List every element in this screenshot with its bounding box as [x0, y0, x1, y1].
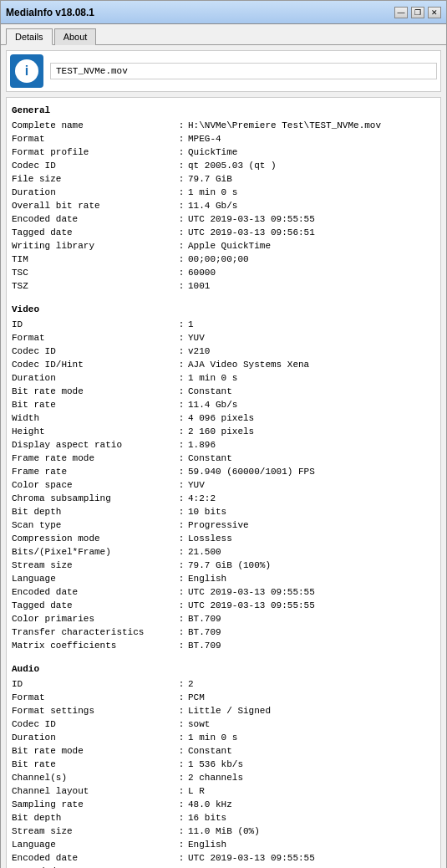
info-row: ID:1: [12, 319, 435, 332]
info-row: Width:4 096 pixels: [12, 412, 435, 426]
info-value: Lossless: [188, 533, 435, 546]
info-key: Bit rate: [12, 758, 175, 772]
info-key: Channel layout: [12, 785, 175, 799]
info-separator: :: [175, 812, 188, 825]
info-key: Duration: [12, 732, 175, 745]
info-row: Sampling rate:48.0 kHz: [12, 799, 435, 812]
info-separator: :: [175, 852, 188, 865]
info-value: BT.709: [188, 640, 435, 653]
info-separator: :: [175, 559, 188, 573]
info-separator: :: [175, 586, 188, 600]
info-row: ID:2: [12, 678, 435, 692]
info-separator: :: [175, 186, 188, 200]
info-value: 10 bits: [188, 506, 435, 519]
info-scroll-area[interactable]: GeneralComplete name:H:\NVMe\Premiere Te…: [6, 97, 441, 868]
info-value: 00;00;00;00: [188, 253, 435, 267]
file-icon-inner: i: [15, 59, 38, 83]
info-key: Language: [12, 839, 175, 852]
info-value: BT.709: [188, 613, 435, 626]
section-header-general: General: [12, 105, 435, 118]
info-separator: :: [175, 399, 188, 412]
info-key: Bit rate mode: [12, 745, 175, 758]
tab-about[interactable]: About: [54, 28, 97, 45]
info-key: Frame rate: [12, 466, 175, 479]
info-key: Tagged date: [12, 600, 175, 613]
info-value: 48.0 kHz: [188, 799, 435, 812]
info-value: 1001: [188, 280, 435, 294]
info-separator: :: [175, 573, 188, 586]
info-row: Channel(s):2 channels: [12, 772, 435, 785]
minimize-button[interactable]: —: [394, 7, 408, 18]
info-row: Matrix coefficients:BT.709: [12, 640, 435, 653]
info-key: TIM: [12, 253, 175, 267]
info-row: Codec ID:sowt: [12, 718, 435, 732]
info-key: ID: [12, 319, 175, 332]
info-separator: :: [175, 600, 188, 613]
tab-details[interactable]: Details: [6, 28, 53, 45]
info-separator: :: [175, 745, 188, 758]
info-key: Complete name: [12, 120, 175, 133]
info-row: Height:2 160 pixels: [12, 426, 435, 439]
info-separator: :: [175, 345, 188, 359]
info-row: Language:English: [12, 839, 435, 852]
info-separator: :: [175, 253, 188, 267]
info-row: Format profile:QuickTime: [12, 146, 435, 160]
info-value: 2 160 pixels: [188, 426, 435, 439]
info-separator: :: [175, 506, 188, 519]
info-value: YUV: [188, 332, 435, 345]
info-value: 11.0 MiB (0%): [188, 825, 435, 839]
info-row: Bit depth:16 bits: [12, 812, 435, 825]
info-key: Scan type: [12, 519, 175, 533]
info-key: Duration: [12, 186, 175, 200]
info-separator: :: [175, 692, 188, 705]
info-row: Transfer characteristics:BT.709: [12, 626, 435, 640]
info-value: UTC 2019-03-13 09:56:51: [188, 227, 435, 240]
info-value: 1 min 0 s: [188, 732, 435, 745]
info-value: MPEG-4: [188, 133, 435, 146]
restore-button[interactable]: ❐: [411, 7, 424, 18]
info-separator: :: [175, 493, 188, 506]
info-separator: :: [175, 732, 188, 745]
info-key: Codec ID: [12, 718, 175, 732]
info-key: Encoded date: [12, 586, 175, 600]
info-row: Frame rate:59.940 (60000/1001) FPS: [12, 466, 435, 479]
info-value: English: [188, 573, 435, 586]
info-value: Constant: [188, 745, 435, 758]
info-separator: :: [175, 466, 188, 479]
info-key: Compression mode: [12, 533, 175, 546]
info-row: TIM:00;00;00;00: [12, 253, 435, 267]
info-row: Scan type:Progressive: [12, 519, 435, 533]
info-row: Encoded date:UTC 2019-03-13 09:55:55: [12, 213, 435, 227]
info-key: Codec ID: [12, 160, 175, 173]
info-separator: :: [175, 479, 188, 493]
info-separator: :: [175, 160, 188, 173]
info-key: Bit rate mode: [12, 385, 175, 399]
info-separator: :: [175, 280, 188, 294]
info-separator: :: [175, 385, 188, 399]
info-separator: :: [175, 705, 188, 718]
info-separator: :: [175, 799, 188, 812]
info-separator: :: [175, 240, 188, 253]
info-value: 1 min 0 s: [188, 186, 435, 200]
info-separator: :: [175, 173, 188, 186]
close-button[interactable]: ✕: [428, 7, 441, 18]
info-separator: :: [175, 839, 188, 852]
info-value: qt 2005.03 (qt ): [188, 160, 435, 173]
info-row: Compression mode:Lossless: [12, 533, 435, 546]
info-separator: :: [175, 213, 188, 227]
info-key: Format: [12, 332, 175, 345]
info-value: 11.4 Gb/s: [188, 200, 435, 213]
info-row: Channel layout:L R: [12, 785, 435, 799]
info-row: Bit rate mode:Constant: [12, 745, 435, 758]
info-key: File size: [12, 173, 175, 186]
info-key: TSZ: [12, 280, 175, 294]
info-value: YUV: [188, 479, 435, 493]
info-separator: :: [175, 626, 188, 640]
info-row: Chroma subsampling:4:2:2: [12, 493, 435, 506]
info-row: Writing library:Apple QuickTime: [12, 240, 435, 253]
info-row: Tagged date:UTC 2019-03-13 09:56:51: [12, 227, 435, 240]
info-value: 79.7 GiB (100%): [188, 559, 435, 573]
info-value: Constant: [188, 452, 435, 466]
info-separator: :: [175, 533, 188, 546]
file-icon-letter: i: [25, 64, 28, 79]
